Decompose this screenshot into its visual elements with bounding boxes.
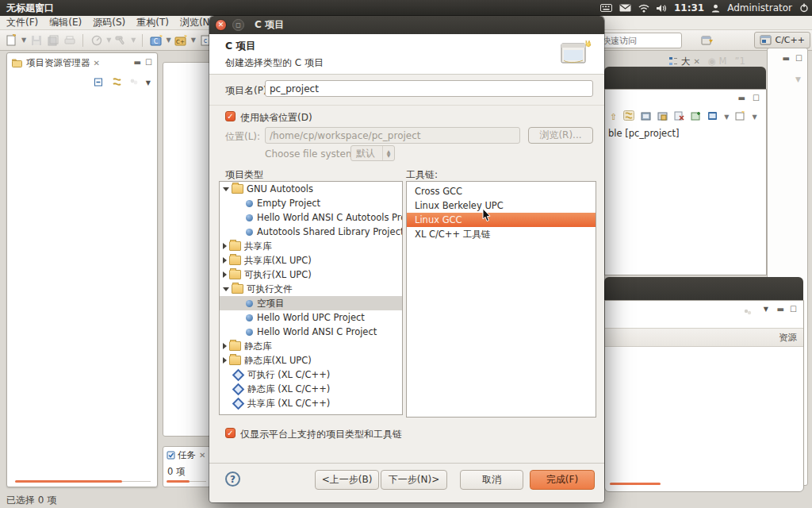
project-type-tree[interactable]: GNU AutotoolsEmpty ProjectHello World AN… xyxy=(219,181,403,415)
save-button[interactable] xyxy=(29,33,43,47)
minimize-button[interactable]: ▬ xyxy=(738,94,745,102)
maximize-button[interactable]: ☐ xyxy=(145,59,152,67)
new-c-project-dropdown[interactable]: ▼ xyxy=(166,37,170,44)
toolchain-list[interactable]: Cross GCCLinux Berkeley UPCLinux GCCXL C… xyxy=(406,181,596,418)
quick-access-input[interactable] xyxy=(600,35,668,47)
collapse-all-icon[interactable] xyxy=(94,77,105,89)
open-perspective-icon[interactable] xyxy=(700,33,714,47)
tab-make-target[interactable]: ◉ M xyxy=(708,56,727,67)
save-all-button[interactable] xyxy=(46,33,59,47)
file-system-combo[interactable]: 默认 ▲▼ xyxy=(350,145,395,161)
power-gear-icon[interactable] xyxy=(799,3,809,13)
session-user-menu[interactable]: Administrator xyxy=(727,2,792,13)
finish-button[interactable]: 完成(F) xyxy=(530,470,595,490)
menu-item[interactable]: 重构(T) xyxy=(136,16,169,29)
new-target-icon[interactable] xyxy=(691,111,701,123)
project-type-item[interactable]: GNU Autotools xyxy=(220,182,402,196)
use-default-location-checkbox[interactable]: ✓ xyxy=(225,111,236,121)
project-type-item[interactable]: Empty Project xyxy=(220,196,402,210)
maximize-button[interactable]: ☐ xyxy=(753,94,760,102)
next-button[interactable]: 下一步(N)> xyxy=(381,470,447,490)
view-menu-icon[interactable]: ▼ xyxy=(795,75,801,83)
maximize-button[interactable]: ☐ xyxy=(795,55,802,63)
close-icon[interactable]: ✕ xyxy=(94,59,100,67)
focus-icon[interactable] xyxy=(129,77,139,89)
expand-open-icon[interactable] xyxy=(223,287,229,291)
toolchain-item[interactable]: XL C/C++ 工具链 xyxy=(407,227,596,241)
new-c-project-button[interactable]: C xyxy=(149,33,163,47)
close-icon[interactable]: ✕ xyxy=(199,451,205,460)
new-console-icon[interactable] xyxy=(735,111,745,123)
print-button[interactable] xyxy=(63,33,76,47)
project-type-item[interactable]: 共享库 (XL C/C++) xyxy=(220,396,402,410)
expand-closed-icon[interactable] xyxy=(223,271,227,278)
close-icon[interactable]: ✕ xyxy=(694,57,700,66)
new-wizard-dropdown[interactable]: ▼ xyxy=(21,37,26,44)
project-type-item[interactable]: 共享库 xyxy=(220,239,402,253)
debug-button[interactable] xyxy=(90,33,103,47)
link-icon[interactable] xyxy=(623,110,634,123)
location-input[interactable] xyxy=(265,127,520,144)
network-wifi-icon[interactable] xyxy=(638,4,649,13)
mail-indicator-icon[interactable] xyxy=(619,4,631,12)
toolchain-item[interactable]: Linux Berkeley UPC xyxy=(407,198,596,213)
pin-icon[interactable] xyxy=(743,307,753,318)
tab-tasks[interactable]: 任务 ✕ xyxy=(178,449,205,461)
show-supported-label[interactable]: 仅显示平台上支持的项目类型和工具链 xyxy=(240,428,402,441)
project-type-item[interactable]: 可执行(XL UPC) xyxy=(220,267,402,282)
expand-closed-icon[interactable] xyxy=(223,357,227,364)
project-type-item[interactable]: 空项目 xyxy=(220,296,402,310)
maximize-button[interactable]: ☐ xyxy=(790,306,797,314)
expand-closed-icon[interactable] xyxy=(223,243,227,249)
minimize-button[interactable]: ▬ xyxy=(777,306,784,314)
expand-closed-icon[interactable] xyxy=(223,257,227,264)
minimize-button[interactable]: ▬ xyxy=(783,55,790,63)
build-hammer-button[interactable] xyxy=(114,33,128,47)
project-type-item[interactable]: Hello World ANSI C Autotools Project xyxy=(220,210,402,225)
view-menu-icon[interactable]: ▼ xyxy=(146,79,151,87)
browse-button[interactable]: 浏览(R)... xyxy=(528,127,593,144)
help-button[interactable]: ? xyxy=(225,471,240,487)
menu-item[interactable]: 浏览(N) xyxy=(180,16,213,29)
project-type-item[interactable]: 静态库(XL UPC) xyxy=(220,353,402,368)
menu-item[interactable]: 编辑(E) xyxy=(49,16,82,29)
project-type-item[interactable]: Hello World ANSI C Project xyxy=(220,325,402,339)
project-type-item[interactable]: Hello World UPC Project xyxy=(220,310,402,325)
new-wizard-button[interactable] xyxy=(5,33,18,47)
tab-outline[interactable]: 大 ✕ xyxy=(668,56,700,67)
menu-item[interactable]: 文件(F) xyxy=(6,16,38,29)
expand-open-icon[interactable] xyxy=(223,187,229,191)
properties-column-header[interactable]: 资源 xyxy=(605,328,803,347)
dialog-titlebar[interactable]: ✕ ◻ C 项目 xyxy=(209,16,604,34)
background-window-titlebar[interactable] xyxy=(604,277,803,300)
link-with-editor-icon[interactable] xyxy=(112,77,122,89)
volume-icon[interactable] xyxy=(657,4,667,13)
console-icon[interactable] xyxy=(707,111,718,123)
lock-target-icon[interactable] xyxy=(657,111,668,123)
new-cpp-class-button[interactable]: C+ xyxy=(174,33,188,47)
tab-misc[interactable]: ”1 xyxy=(735,56,745,67)
close-button[interactable]: ✕ xyxy=(215,19,227,31)
toolchain-item[interactable]: Linux GCC xyxy=(407,213,596,227)
tab-project-explorer[interactable]: 项目资源管理器 ✕ xyxy=(26,57,100,69)
new-cpp-dropdown[interactable]: ▼ xyxy=(191,37,196,44)
expand-closed-icon[interactable] xyxy=(223,343,227,349)
project-type-item[interactable]: 可执行文件 xyxy=(220,282,402,296)
project-type-item[interactable]: Autotools Shared Library Project xyxy=(220,225,402,239)
view-menu-icon[interactable]: ▼ xyxy=(764,306,768,313)
back-button[interactable]: <上一步(B) xyxy=(315,470,379,490)
project-type-item[interactable]: 静态库 (XL C/C++) xyxy=(220,382,402,396)
maximize-button[interactable]: ◻ xyxy=(232,19,244,31)
toolchain-item[interactable]: Cross GCC xyxy=(407,184,596,198)
minimize-button[interactable]: ▬ xyxy=(134,59,141,67)
delete-target-icon[interactable] xyxy=(674,111,684,123)
cpp-perspective-button[interactable]: C/C++ xyxy=(754,32,810,48)
console-dropdown[interactable]: ▼ xyxy=(724,114,729,121)
background-window-titlebar[interactable] xyxy=(604,67,766,89)
cancel-button[interactable]: 取消 xyxy=(460,470,523,490)
menu-item[interactable]: 源码(S) xyxy=(93,16,125,29)
project-type-item[interactable]: 可执行 (XL C/C++) xyxy=(220,368,402,382)
build-target-icon[interactable] xyxy=(641,111,651,123)
project-type-item[interactable]: 静态库 xyxy=(220,339,402,353)
keyboard-indicator-icon[interactable] xyxy=(600,4,612,12)
